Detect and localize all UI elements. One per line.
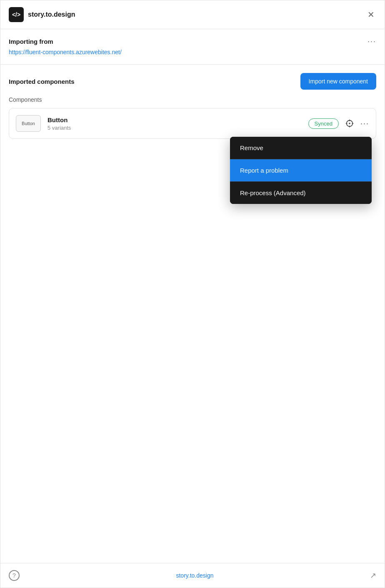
component-card: Button Button 5 variants Synced <box>9 108 376 139</box>
synced-badge: Synced <box>308 118 339 129</box>
component-name: Button <box>48 116 302 123</box>
app-title: story.to.design <box>28 11 75 18</box>
importing-label: Importing from <box>9 38 53 45</box>
footer-arrow-icon[interactable]: ↗ <box>370 571 376 580</box>
help-button[interactable]: ? <box>9 570 20 581</box>
importing-section: Importing from ··· https://fluent-compon… <box>0 29 385 65</box>
importing-header: Importing from ··· <box>9 38 376 45</box>
component-variants: 5 variants <box>48 125 302 131</box>
target-icon[interactable] <box>344 118 355 129</box>
dropdown-item-reprocess[interactable]: Re-process (Advanced) <box>230 182 372 204</box>
dropdown-item-remove[interactable]: Remove <box>230 137 372 159</box>
footer: ? story.to.design ↗ <box>0 563 385 588</box>
close-button[interactable]: ✕ <box>366 9 376 20</box>
component-actions: Synced ··· <box>308 118 369 129</box>
components-header: Imported components Import new component <box>9 73 376 90</box>
dropdown-menu: Remove Report a problem Re-process (Adva… <box>230 137 372 204</box>
footer-link[interactable]: story.to.design <box>176 572 213 579</box>
import-new-component-button[interactable]: Import new component <box>300 73 376 90</box>
components-group-label: Components <box>9 96 376 103</box>
importing-url[interactable]: https://fluent-components.azurewebites.n… <box>9 49 122 55</box>
dropdown-item-report[interactable]: Report a problem <box>230 159 372 182</box>
logo-icon: </> <box>9 7 24 22</box>
importing-more-button[interactable]: ··· <box>368 38 376 45</box>
svg-point-5 <box>349 123 350 124</box>
components-section: Imported components Import new component… <box>0 65 385 563</box>
header: </> story.to.design ✕ <box>0 0 385 29</box>
component-info: Button 5 variants <box>48 116 302 131</box>
card-more-button[interactable]: ··· <box>360 120 369 127</box>
components-title: Imported components <box>9 78 75 85</box>
main-panel: </> story.to.design ✕ Importing from ···… <box>0 0 385 588</box>
header-left: </> story.to.design <box>9 7 75 22</box>
crosshair-svg <box>345 119 354 128</box>
component-preview: Button <box>16 115 41 132</box>
